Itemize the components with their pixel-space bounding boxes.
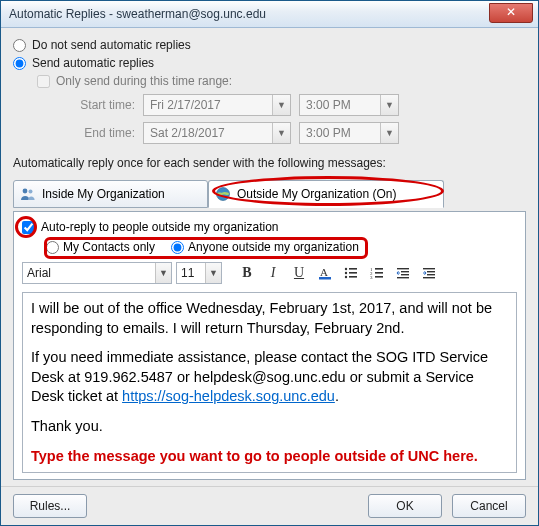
dont-send-radio-row[interactable]: Do not send automatic replies xyxy=(13,38,526,52)
svg-point-8 xyxy=(345,272,347,274)
window-title: Automatic Replies - sweatherman@sog.unc.… xyxy=(9,7,266,21)
start-date-combo[interactable]: Fri 2/17/2017 ▼ xyxy=(143,94,291,116)
chevron-down-icon: ▼ xyxy=(272,95,290,115)
numbered-list-button[interactable]: 123 xyxy=(366,262,388,284)
anyone-radio[interactable] xyxy=(171,241,184,254)
dont-send-radio[interactable] xyxy=(13,39,26,52)
decrease-indent-button[interactable] xyxy=(392,262,414,284)
end-date-combo[interactable]: Sat 2/18/2017 ▼ xyxy=(143,122,291,144)
tab-strip: Inside My Organization Outside My Organi… xyxy=(13,180,526,208)
close-button[interactable]: ✕ xyxy=(489,3,533,23)
svg-rect-20 xyxy=(401,274,409,275)
auto-reply-outside-checkbox[interactable] xyxy=(22,221,35,234)
send-label: Send automatic replies xyxy=(32,56,154,70)
font-size-combo[interactable]: 11 ▼ xyxy=(176,262,222,284)
svg-rect-5 xyxy=(319,277,331,280)
automatic-replies-window: Automatic Replies - sweatherman@sog.unc.… xyxy=(0,0,539,526)
content-area: Do not send automatic replies Send autom… xyxy=(1,28,538,486)
svg-rect-9 xyxy=(349,272,357,274)
underline-button[interactable]: U xyxy=(288,262,310,284)
dialog-footer: Rules... OK Cancel xyxy=(1,486,538,525)
message-paragraph: I will be out of the office Wednesday, F… xyxy=(31,299,508,338)
svg-point-1 xyxy=(29,190,33,194)
contacts-only-radio-row[interactable]: My Contacts only xyxy=(46,240,155,254)
increase-indent-button[interactable] xyxy=(418,262,440,284)
tab-inside-organization[interactable]: Inside My Organization xyxy=(13,180,208,208)
svg-rect-23 xyxy=(427,271,435,272)
auto-reply-outside-row[interactable]: Auto-reply to people outside my organiza… xyxy=(22,220,517,234)
titlebar: Automatic Replies - sweatherman@sog.unc.… xyxy=(1,1,538,28)
svg-rect-15 xyxy=(375,272,383,274)
svg-rect-18 xyxy=(397,268,409,269)
tab-outside-label: Outside My Organization (On) xyxy=(237,187,396,201)
tab-inside-label: Inside My Organization xyxy=(42,187,165,201)
svg-rect-19 xyxy=(401,271,409,272)
formatting-toolbar: Arial ▼ 11 ▼ B I U A 123 xyxy=(22,260,517,286)
chevron-down-icon: ▼ xyxy=(272,123,290,143)
svg-point-10 xyxy=(345,276,347,278)
auto-reply-outside-label: Auto-reply to people outside my organiza… xyxy=(41,220,278,234)
hint-text: Type the message you want to go to peopl… xyxy=(31,447,508,467)
svg-text:3: 3 xyxy=(370,275,373,280)
bulleted-list-button[interactable] xyxy=(340,262,362,284)
svg-rect-25 xyxy=(423,277,435,278)
outside-scope-row: My Contacts only Anyone outside my organ… xyxy=(46,240,517,254)
tab-outside-organization[interactable]: Outside My Organization (On) xyxy=(208,180,444,208)
message-paragraph: If you need immediate assistance, please… xyxy=(31,348,508,407)
dont-send-label: Do not send automatic replies xyxy=(32,38,191,52)
end-time-combo[interactable]: 3:00 PM ▼ xyxy=(299,122,399,144)
send-radio-row[interactable]: Send automatic replies xyxy=(13,56,526,70)
only-during-checkbox[interactable] xyxy=(37,75,50,88)
svg-point-0 xyxy=(23,189,28,194)
svg-rect-24 xyxy=(427,274,435,275)
svg-rect-17 xyxy=(375,276,383,278)
time-grid: Start time: Fri 2/17/2017 ▼ 3:00 PM ▼ En… xyxy=(57,94,526,144)
users-icon xyxy=(20,186,36,202)
font-family-combo[interactable]: Arial ▼ xyxy=(22,262,172,284)
svg-rect-7 xyxy=(349,268,357,270)
start-time-combo[interactable]: 3:00 PM ▼ xyxy=(299,94,399,116)
globe-icon xyxy=(215,186,231,202)
anyone-radio-row[interactable]: Anyone outside my organization xyxy=(171,240,359,254)
bold-button[interactable]: B xyxy=(236,262,258,284)
end-time-label: End time: xyxy=(57,122,135,144)
message-editor[interactable]: I will be out of the office Wednesday, F… xyxy=(22,292,517,473)
chevron-down-icon: ▼ xyxy=(205,263,221,283)
section-label: Automatically reply once for each sender… xyxy=(13,156,526,170)
svg-point-6 xyxy=(345,268,347,270)
chevron-down-icon: ▼ xyxy=(380,95,398,115)
only-during-label: Only send during this time range: xyxy=(56,74,232,88)
svg-text:A: A xyxy=(320,266,328,278)
ok-button[interactable]: OK xyxy=(368,494,442,518)
contacts-only-label: My Contacts only xyxy=(63,240,155,254)
message-paragraph: Thank you. xyxy=(31,417,508,437)
helpdesk-link[interactable]: https://sog-helpdesk.sog.unc.edu xyxy=(122,388,335,404)
only-during-row[interactable]: Only send during this time range: xyxy=(37,74,526,88)
font-color-button[interactable]: A xyxy=(314,262,336,284)
chevron-down-icon: ▼ xyxy=(155,263,171,283)
svg-rect-11 xyxy=(349,276,357,278)
chevron-down-icon: ▼ xyxy=(380,123,398,143)
outside-panel: Auto-reply to people outside my organiza… xyxy=(13,211,526,480)
rules-button[interactable]: Rules... xyxy=(13,494,87,518)
send-radio[interactable] xyxy=(13,57,26,70)
svg-rect-22 xyxy=(423,268,435,269)
anyone-label: Anyone outside my organization xyxy=(188,240,359,254)
start-time-label: Start time: xyxy=(57,94,135,116)
italic-button[interactable]: I xyxy=(262,262,284,284)
svg-rect-13 xyxy=(375,268,383,270)
contacts-only-radio[interactable] xyxy=(46,241,59,254)
cancel-button[interactable]: Cancel xyxy=(452,494,526,518)
svg-rect-21 xyxy=(397,277,409,278)
